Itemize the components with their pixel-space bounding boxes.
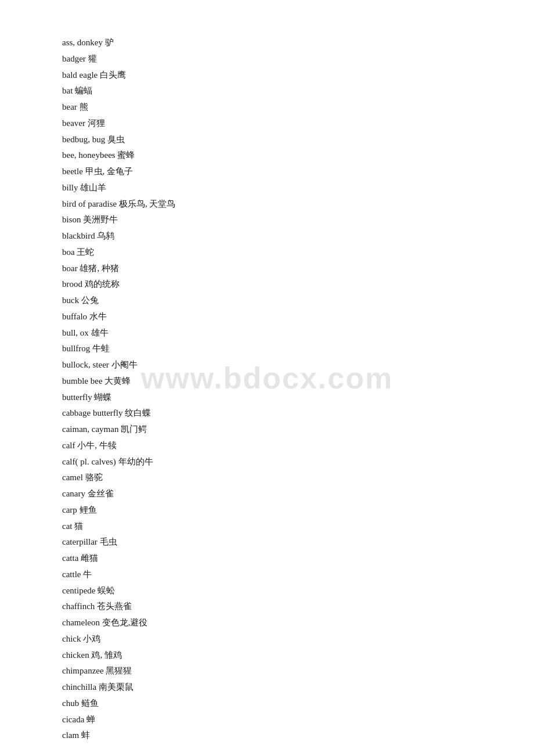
list-item: chimpanzee 黑猩猩 xyxy=(62,663,472,679)
list-item: clam 蚌 xyxy=(62,728,472,744)
list-item: badger 獾 xyxy=(62,51,472,67)
list-item: bird of paradise 极乐鸟, 天堂鸟 xyxy=(62,196,472,213)
list-item: buffalo 水牛 xyxy=(62,309,472,325)
list-item: bumble bee 大黄蜂 xyxy=(62,373,472,390)
list-item: blackbird 乌鸫 xyxy=(62,228,472,244)
list-item: cat 猫 xyxy=(62,519,472,535)
list-item: calf 小牛, 牛犊 xyxy=(62,438,472,454)
list-item: centipede 蜈蚣 xyxy=(62,583,472,599)
list-item: caterpillar 毛虫 xyxy=(62,534,472,550)
list-item: butterfly 蝴蝶 xyxy=(62,390,472,406)
list-item: bat 蝙蝠 xyxy=(62,83,472,99)
list-item: catta 雌猫 xyxy=(62,550,472,567)
list-item: chick 小鸡 xyxy=(62,631,472,647)
list-item: camel 骆驼 xyxy=(62,470,472,486)
list-item: bear 熊 xyxy=(62,99,472,116)
list-item: buck 公兔 xyxy=(62,293,472,309)
list-item: bull, ox 雄牛 xyxy=(62,325,472,341)
list-item: boar 雄猪, 种猪 xyxy=(62,261,472,277)
list-item: chaffinch 苍头燕雀 xyxy=(62,599,472,615)
content-area: ass, donkey 驴badger 獾bald eagle 白头鹰bat 蝙… xyxy=(0,0,534,756)
list-item: carp 鲤鱼 xyxy=(62,502,472,519)
list-item: billy 雄山羊 xyxy=(62,180,472,196)
list-item: cicada 蝉 xyxy=(62,712,472,728)
list-item: cattle 牛 xyxy=(62,567,472,583)
list-item: bullfrog 牛蛙 xyxy=(62,341,472,357)
list-item: brood 鸡的统称 xyxy=(62,276,472,293)
list-item: chicken 鸡, 雏鸡 xyxy=(62,647,472,664)
list-item: beaver 河狸 xyxy=(62,116,472,132)
list-item: beetle 甲虫, 金龟子 xyxy=(62,164,472,180)
list-item: bullock, steer 小阉牛 xyxy=(62,357,472,373)
list-item: calf( pl. calves) 年幼的牛 xyxy=(62,454,472,470)
list-item: caiman, cayman 凯门鳄 xyxy=(62,422,472,438)
list-item: bald eagle 白头鹰 xyxy=(62,67,472,84)
list-item: chameleon 变色龙,避役 xyxy=(62,615,472,631)
list-item: bee, honeybees 蜜蜂 xyxy=(62,147,472,164)
list-item: bedbug, bug 臭虫 xyxy=(62,132,472,148)
list-item: boa 王蛇 xyxy=(62,244,472,261)
list-item: cabbage butterfly 纹白蝶 xyxy=(62,405,472,422)
list-item: ass, donkey 驴 xyxy=(62,35,472,51)
list-item: chub 鲢鱼 xyxy=(62,696,472,712)
list-item: canary 金丝雀 xyxy=(62,486,472,502)
list-item: chinchilla 南美栗鼠 xyxy=(62,679,472,696)
list-item: bison 美洲野牛 xyxy=(62,212,472,228)
